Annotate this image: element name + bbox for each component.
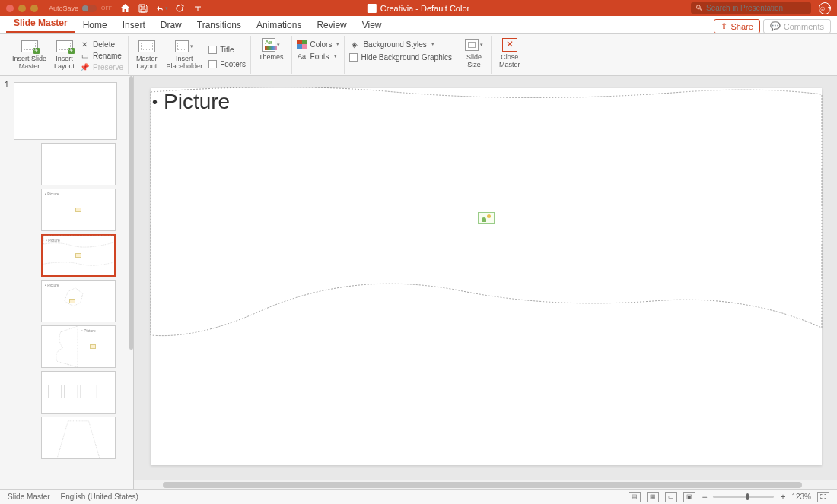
ribbon: + Insert Slide Master + Insert Layout ✕D…	[0, 34, 837, 76]
insert-placeholder-button[interactable]: ▾ Insert Placeholder	[164, 37, 206, 72]
slide-size-button[interactable]: ▾ Slide Size	[462, 36, 486, 71]
autosave-label: AutoSave	[49, 5, 78, 12]
fonts-button[interactable]: AaFonts▾	[297, 51, 337, 62]
insert-slide-master-button[interactable]: + Insert Slide Master	[9, 37, 49, 72]
picture-icon	[75, 253, 81, 258]
picture-placeholder-shape[interactable]	[151, 88, 822, 465]
status-language[interactable]: English (United States)	[61, 493, 138, 501]
zoom-in-button[interactable]: +	[780, 492, 785, 502]
close-window-button[interactable]	[6, 5, 14, 12]
tab-slide-master[interactable]: Slide Master	[6, 14, 75, 33]
tab-home[interactable]: Home	[75, 17, 115, 33]
ribbon-tabs: Slide Master Home Insert Draw Transition…	[0, 16, 837, 34]
delete-icon: ✕	[79, 40, 90, 49]
themes-button[interactable]: ▾ Themes	[256, 36, 287, 63]
comments-button[interactable]: 💬Comments	[763, 19, 831, 33]
slide-size-icon	[465, 39, 479, 51]
sorter-view-button[interactable]: ▦	[647, 492, 659, 502]
slide-icon: +	[21, 40, 38, 52]
svg-rect-2	[81, 385, 94, 398]
theme-icon	[262, 38, 275, 52]
slide-canvas[interactable]: • Picture	[151, 88, 822, 465]
search-box[interactable]: 🔍︎	[691, 2, 811, 14]
tab-review[interactable]: Review	[309, 17, 354, 33]
search-input[interactable]	[706, 4, 807, 12]
user-account-button[interactable]: ☺▾	[819, 2, 831, 14]
qat-customize-icon[interactable]	[193, 3, 203, 14]
toggle-switch[interactable]	[81, 5, 97, 12]
delete-button[interactable]: ✕Delete	[79, 39, 123, 49]
slideshow-button[interactable]: ▣	[683, 492, 695, 502]
close-master-button[interactable]: ✕ Close Master	[496, 36, 524, 71]
tab-draw[interactable]: Draw	[153, 17, 189, 33]
minimize-window-button[interactable]	[18, 5, 26, 12]
picture-icon	[90, 344, 96, 349]
insert-layout-button[interactable]: + Insert Layout	[51, 37, 78, 72]
checkbox-icon	[349, 53, 358, 62]
placeholder-icon	[175, 40, 189, 52]
master-layout-button[interactable]: Master Layout	[133, 37, 161, 72]
layout-thumbnail-3[interactable]: • Picture	[41, 234, 116, 277]
rename-button[interactable]: ▭Rename	[79, 50, 123, 61]
layout-thumbnail-6[interactable]	[41, 371, 116, 414]
preserve-icon: 📌	[79, 62, 90, 71]
master-thumbnail[interactable]	[14, 82, 117, 140]
layout-thumbnail-7[interactable]	[41, 417, 116, 459]
content-area: 1 • Picture • Picture • Picture • Pictur…	[0, 76, 837, 489]
redo-icon[interactable]	[174, 3, 185, 14]
bg-styles-icon: ◈	[349, 40, 360, 49]
status-bar: Slide Master English (United States) ▤ ▦…	[0, 489, 837, 504]
checkbox-icon	[208, 60, 217, 68]
fit-to-window-button[interactable]: ⛶	[817, 492, 829, 502]
share-icon: ⇧	[721, 21, 727, 31]
checkbox-icon	[208, 46, 217, 54]
home-icon[interactable]	[119, 3, 130, 14]
svg-rect-1	[65, 385, 78, 398]
layout-thumbnail-5[interactable]: • Picture	[41, 325, 116, 368]
master-layout-icon	[138, 40, 155, 52]
svg-rect-0	[48, 385, 61, 398]
tab-animations[interactable]: Animations	[249, 17, 309, 33]
rename-icon: ▭	[79, 51, 90, 60]
tab-view[interactable]: View	[355, 17, 390, 33]
master-number: 1	[5, 81, 9, 89]
zoom-out-button[interactable]: −	[702, 492, 707, 502]
layout-thumbnail-4[interactable]: • Picture	[41, 280, 116, 322]
layout-thumbnail-2[interactable]: • Picture	[41, 189, 116, 231]
quick-access-toolbar: ▾	[119, 3, 203, 14]
background-styles-button[interactable]: ◈Background Styles▾	[349, 39, 434, 49]
placeholder-title-text: Picture	[164, 90, 230, 114]
normal-view-button[interactable]: ▤	[629, 492, 641, 502]
reading-view-button[interactable]: ▭	[665, 492, 677, 502]
save-icon[interactable]	[138, 3, 148, 14]
preserve-button[interactable]: 📌Preserve	[79, 62, 123, 72]
document-title: Creativia - Default Color	[368, 4, 469, 13]
tab-insert[interactable]: Insert	[115, 17, 153, 33]
thumbnail-pane[interactable]: 1 • Picture • Picture • Picture • Pictur…	[0, 76, 134, 489]
fonts-icon: Aa	[297, 52, 307, 61]
colors-icon	[297, 40, 307, 49]
share-button[interactable]: ⇧Share	[714, 19, 759, 33]
zoom-slider[interactable]	[713, 496, 774, 498]
layout-thumbnail-1[interactable]	[41, 143, 116, 185]
footers-checkbox[interactable]: Footers	[208, 59, 246, 69]
undo-icon[interactable]: ▾	[156, 3, 167, 14]
title-placeholder[interactable]: • Picture	[152, 90, 230, 114]
horizontal-scrollbar[interactable]	[134, 480, 837, 489]
picture-icon	[75, 208, 81, 212]
document-title-text: Creativia - Default Color	[380, 4, 469, 13]
title-checkbox[interactable]: Title	[208, 45, 246, 55]
picture-icon[interactable]	[478, 212, 495, 224]
tab-transitions[interactable]: Transitions	[189, 17, 249, 33]
thumbnail-scrollbar[interactable]	[129, 76, 133, 480]
autosave-toggle[interactable]: AutoSave OFF	[49, 5, 112, 12]
zoom-window-button[interactable]	[30, 5, 38, 12]
comment-icon: 💬	[770, 21, 781, 31]
picture-icon	[69, 299, 75, 303]
bullet-icon: •	[152, 94, 158, 111]
hide-bg-checkbox[interactable]: Hide Background Graphics	[349, 52, 452, 62]
slide-canvas-area: • Picture	[134, 76, 837, 489]
zoom-level[interactable]: 123%	[791, 493, 811, 501]
document-icon	[368, 4, 377, 13]
colors-button[interactable]: Colors▾	[297, 39, 340, 49]
